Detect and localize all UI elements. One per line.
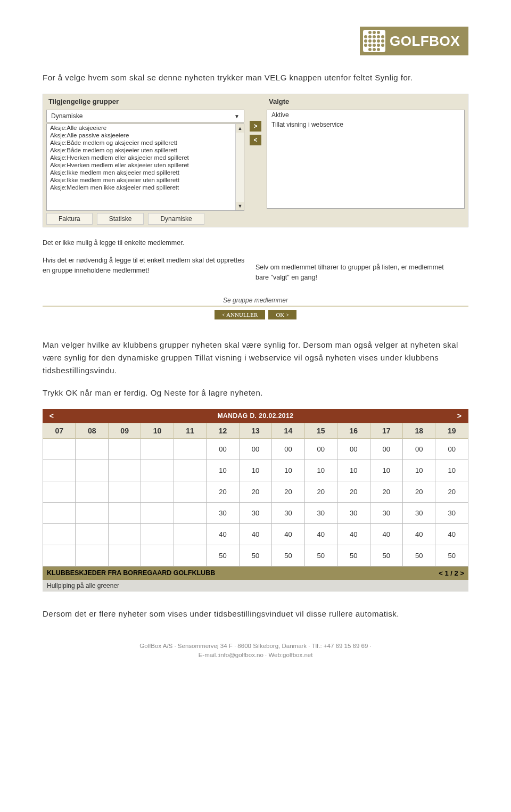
time-slot [141, 460, 174, 481]
note-1: Det er ikke mulig å legge til enkelte me… [43, 238, 245, 248]
time-slot[interactable]: 20 [207, 481, 239, 502]
time-slot[interactable]: 40 [435, 523, 468, 545]
time-slot[interactable]: 40 [337, 523, 370, 545]
schedule-header: < MANDAG D. 20.02.2012 > [43, 409, 468, 423]
table-row: 1010101010101010 [43, 460, 468, 481]
group-type-select[interactable]: Dynamiske ▼ [46, 110, 244, 122]
group-type-value: Dynamiske [51, 112, 83, 120]
scroll-up-icon[interactable]: ▲ [236, 124, 244, 133]
time-slot[interactable]: 10 [239, 460, 271, 481]
time-slot[interactable]: 50 [435, 545, 468, 566]
time-slot [108, 545, 141, 566]
hour-header: 09 [108, 423, 141, 438]
list-item[interactable]: Aksje:Ikke medlem men aksjeeier uten spi… [47, 176, 244, 184]
scroll-down-icon[interactable]: ▼ [236, 202, 244, 210]
note-3: Selv om medlemmet tilhører to grupper på… [256, 263, 458, 283]
tab-dynamiske[interactable]: Dynamiske [148, 213, 204, 225]
time-slot[interactable]: 10 [402, 460, 435, 481]
list-item[interactable]: Aksje:Hverken medlem eller aksjeeier ute… [47, 161, 244, 169]
time-slot[interactable]: 30 [207, 502, 239, 523]
time-slot[interactable]: 20 [370, 481, 402, 502]
time-slot[interactable]: 20 [239, 481, 271, 502]
cancel-button[interactable]: < ANNULLER [215, 310, 266, 319]
schedule-date: MANDAG D. 20.02.2012 [218, 412, 294, 420]
time-slot[interactable]: 10 [272, 460, 304, 481]
prev-day-button[interactable]: < [45, 409, 59, 423]
paragraph-3: Trykk OK når man er ferdig. Og Neste for… [43, 387, 468, 399]
time-slot[interactable]: 10 [337, 460, 370, 481]
time-slot[interactable]: 30 [239, 502, 271, 523]
time-slot[interactable]: 30 [304, 502, 337, 523]
time-slot[interactable]: 50 [402, 545, 435, 566]
time-slot[interactable]: 00 [239, 438, 271, 460]
tab-statiske[interactable]: Statiske [97, 213, 144, 225]
time-slot[interactable]: 00 [370, 438, 402, 460]
time-slot[interactable]: 00 [337, 438, 370, 460]
time-slot[interactable]: 00 [402, 438, 435, 460]
time-slot[interactable]: 20 [272, 481, 304, 502]
table-row: 2020202020202020 [43, 481, 468, 502]
ok-button[interactable]: OK > [268, 310, 296, 319]
time-slot[interactable]: 40 [207, 523, 239, 545]
time-slot[interactable]: 00 [435, 438, 468, 460]
list-item[interactable]: Tillat visning i webservice [267, 120, 464, 129]
selected-groups-list[interactable]: Aktive Tillat visning i webservice [267, 110, 465, 209]
time-slot [76, 438, 108, 460]
schedule-table: 07080910111213141516171819 0000000000000… [43, 423, 468, 567]
time-slot[interactable]: 50 [207, 545, 239, 566]
time-slot[interactable]: 10 [207, 460, 239, 481]
next-day-button[interactable]: > [452, 409, 466, 423]
time-slot[interactable]: 30 [435, 502, 468, 523]
time-slot[interactable]: 40 [402, 523, 435, 545]
time-slot[interactable]: 30 [370, 502, 402, 523]
time-slot [174, 545, 206, 566]
time-slot[interactable]: 40 [304, 523, 337, 545]
list-item[interactable]: Aksje:Ikke medlem men aksjeeier med spil… [47, 169, 244, 176]
time-slot[interactable]: 20 [337, 481, 370, 502]
time-slot[interactable]: 00 [272, 438, 304, 460]
time-slot [108, 481, 141, 502]
move-right-button[interactable]: > [250, 121, 261, 132]
time-slot[interactable]: 50 [304, 545, 337, 566]
list-item[interactable]: Aksje:Hverken medlem eller aksjeeier med… [47, 154, 244, 161]
list-item[interactable]: Aksje:Både medlem og aksjeeier med spill… [47, 139, 244, 146]
logo-icon [363, 30, 385, 52]
time-slot[interactable]: 10 [435, 460, 468, 481]
time-slot [174, 460, 206, 481]
time-slot[interactable]: 20 [402, 481, 435, 502]
chevron-down-icon: ▼ [234, 113, 240, 119]
see-members-link[interactable]: Se gruppe medlemmer [43, 293, 468, 307]
time-slot[interactable]: 10 [304, 460, 337, 481]
time-slot [43, 545, 76, 566]
list-item[interactable]: Aksje:Alle aksjeeiere [47, 124, 244, 132]
time-slot[interactable]: 30 [402, 502, 435, 523]
time-slot[interactable]: 30 [272, 502, 304, 523]
time-slot[interactable]: 10 [370, 460, 402, 481]
time-slot[interactable]: 40 [239, 523, 271, 545]
available-groups-list[interactable]: Aksje:Alle aksjeeiere Aksje:Alle passive… [46, 124, 244, 211]
tab-faktura[interactable]: Faktura [46, 213, 93, 225]
time-slot [141, 523, 174, 545]
scrollbar[interactable]: ▲ ▼ [235, 124, 244, 210]
time-slot[interactable]: 00 [304, 438, 337, 460]
time-slot[interactable]: 20 [304, 481, 337, 502]
list-item[interactable]: Aksje:Alle passive aksjeeiere [47, 132, 244, 139]
time-slot[interactable]: 50 [370, 545, 402, 566]
table-row: 0000000000000000 [43, 438, 468, 460]
list-item[interactable]: Aksje:Medlem men ikke aksjeeier med spil… [47, 184, 244, 191]
move-left-button[interactable]: < [250, 135, 261, 145]
list-item[interactable]: Aktive [267, 110, 464, 120]
time-slot[interactable]: 50 [337, 545, 370, 566]
time-slot[interactable]: 20 [435, 481, 468, 502]
time-slot[interactable]: 40 [370, 523, 402, 545]
footer: GolfBox A/S · Sensommervej 34 F · 8600 S… [43, 642, 468, 660]
time-slot[interactable]: 50 [239, 545, 271, 566]
action-row: < ANNULLER OK > [43, 307, 468, 323]
time-slot[interactable]: 00 [207, 438, 239, 460]
time-slot[interactable]: 40 [272, 523, 304, 545]
time-slot[interactable]: 50 [272, 545, 304, 566]
time-slot[interactable]: 30 [337, 502, 370, 523]
list-item[interactable]: Aksje:Både medlem og aksjeeier uten spil… [47, 146, 244, 154]
hour-header: 13 [239, 423, 271, 438]
club-messages-pager[interactable]: < 1 / 2 > [439, 569, 464, 577]
